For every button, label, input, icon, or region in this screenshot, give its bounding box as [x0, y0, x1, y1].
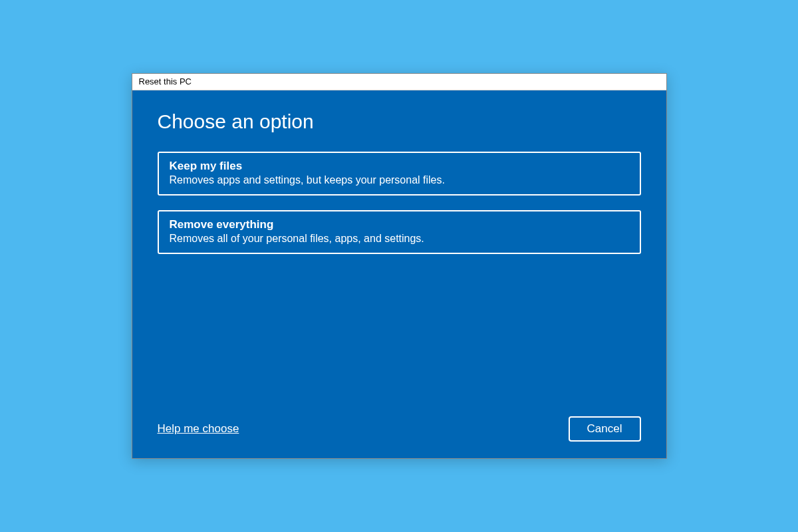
dialog-title: Reset this PC: [139, 76, 192, 86]
dialog-content: Choose an option Keep my files Removes a…: [132, 90, 666, 458]
dialog-titlebar: Reset this PC: [132, 74, 666, 90]
options-list: Keep my files Removes apps and settings,…: [158, 152, 641, 254]
help-me-choose-link[interactable]: Help me choose: [158, 422, 239, 436]
option-remove-everything[interactable]: Remove everything Removes all of your pe…: [158, 210, 641, 254]
dialog-footer: Help me choose Cancel: [158, 403, 641, 442]
dialog-heading: Choose an option: [158, 110, 641, 133]
cancel-button[interactable]: Cancel: [569, 416, 641, 442]
option-description: Removes apps and settings, but keeps you…: [170, 174, 629, 186]
reset-pc-dialog: Reset this PC Choose an option Keep my f…: [132, 73, 667, 459]
option-keep-my-files[interactable]: Keep my files Removes apps and settings,…: [158, 152, 641, 196]
option-description: Removes all of your personal files, apps…: [170, 233, 629, 245]
option-title: Keep my files: [170, 160, 629, 173]
option-title: Remove everything: [170, 218, 629, 231]
